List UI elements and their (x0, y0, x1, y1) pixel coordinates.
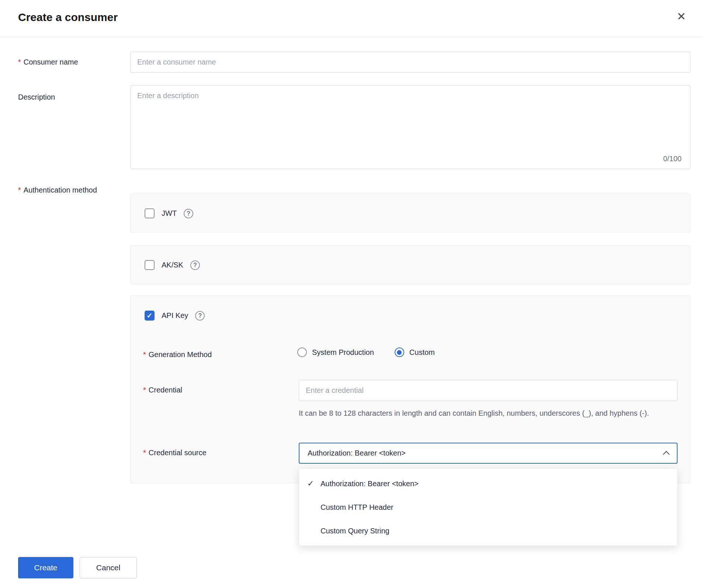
description-textarea[interactable] (130, 85, 690, 169)
apikey-checkbox[interactable]: ✓ (145, 311, 155, 321)
create-button[interactable]: Create (18, 557, 73, 578)
consumer-name-input[interactable] (130, 52, 690, 73)
character-counter: 0/100 (663, 155, 682, 163)
close-icon[interactable]: ✕ (677, 11, 686, 22)
auth-option-apikey: ✓ API Key ? *Generation Method System Pr… (130, 295, 690, 483)
radio-circle-custom[interactable] (395, 347, 404, 357)
dropdown-option-bearer[interactable]: ✓ Authorization: Bearer <token> (299, 472, 677, 495)
credential-source-select[interactable]: Authorization: Bearer <token> (299, 443, 678, 464)
generation-method-radio-group: System Production Custom (297, 347, 435, 357)
radio-circle-system-production[interactable] (297, 347, 307, 357)
jwt-row: JWT ? (131, 194, 690, 233)
apikey-help-icon[interactable]: ? (195, 311, 205, 321)
required-asterisk: * (143, 350, 146, 359)
auth-method-label: *Authentication method (18, 184, 97, 196)
aksk-label: AK/SK (162, 261, 183, 269)
required-asterisk: * (143, 386, 146, 394)
credential-input[interactable] (299, 380, 678, 401)
credential-source-label: *Credential source (143, 449, 207, 457)
credential-source-value: Authorization: Bearer <token> (308, 449, 406, 457)
dropdown-option-custom-http-header[interactable]: Custom HTTP Header (299, 495, 677, 519)
aksk-help-icon[interactable]: ? (190, 260, 200, 270)
aksk-checkbox[interactable] (145, 260, 155, 270)
cancel-button[interactable]: Cancel (80, 557, 137, 578)
description-label: Description (18, 93, 55, 101)
chevron-up-icon[interactable] (663, 451, 669, 457)
required-asterisk: * (18, 186, 21, 194)
required-asterisk: * (18, 58, 21, 66)
check-icon: ✓ (307, 479, 314, 488)
aksk-row: AK/SK ? (131, 246, 690, 284)
credential-label: *Credential (143, 386, 182, 394)
jwt-checkbox[interactable] (145, 208, 155, 218)
apikey-row: ✓ API Key ? (131, 296, 205, 335)
required-asterisk: * (143, 449, 146, 457)
consumer-name-label: *Consumer name (18, 58, 78, 66)
auth-option-jwt: JWT ? (130, 194, 690, 232)
radio-custom[interactable]: Custom (395, 347, 435, 357)
credential-source-dropdown: ✓ Authorization: Bearer <token> Custom H… (299, 468, 678, 546)
create-consumer-dialog: Create a consumer ✕ *Consumer name Descr… (0, 0, 703, 588)
jwt-label: JWT (162, 209, 177, 218)
dropdown-option-custom-query-string[interactable]: Custom Query String (299, 519, 677, 543)
generation-method-label: *Generation Method (143, 350, 212, 359)
apikey-label: API Key (162, 311, 188, 320)
radio-system-production[interactable]: System Production (297, 347, 374, 357)
description-field-wrap: 0/100 (130, 85, 690, 169)
radio-label-system-production: System Production (312, 348, 374, 357)
credential-hint: It can be 8 to 128 characters in length … (299, 407, 682, 419)
jwt-help-icon[interactable]: ? (184, 209, 193, 218)
auth-option-aksk: AK/SK ? (130, 245, 690, 284)
dialog-header: Create a consumer ✕ (0, 0, 703, 37)
radio-label-custom: Custom (409, 348, 435, 357)
page-title: Create a consumer (18, 11, 118, 24)
